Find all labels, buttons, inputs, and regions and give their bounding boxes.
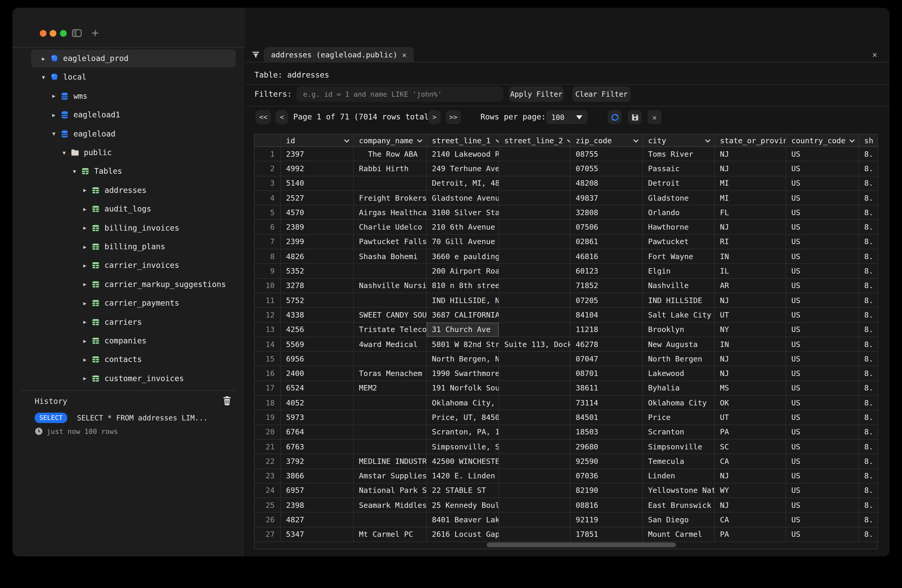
- table-cell[interactable]: 1420 E. Linden A: [427, 469, 499, 483]
- chevron-right-icon[interactable]: ▶: [50, 112, 57, 118]
- column-header-sh[interactable]: sh: [859, 134, 878, 147]
- table-cell[interactable]: 02861: [570, 235, 643, 250]
- table-cell[interactable]: 07205: [570, 293, 643, 308]
- table-cell[interactable]: [499, 220, 570, 235]
- table-cell[interactable]: 38611: [570, 381, 643, 396]
- history-entry[interactable]: SELECT SELECT * FROM addresses LIM... ju…: [34, 412, 231, 435]
- table-cell[interactable]: [499, 176, 570, 191]
- table-cell[interactable]: 6763: [281, 439, 354, 454]
- column-header-country_code[interactable]: country_code: [786, 134, 859, 147]
- chevron-right-icon[interactable]: ▶: [81, 188, 88, 193]
- table-cell[interactable]: 8.: [859, 381, 878, 396]
- table-cell[interactable]: [499, 425, 570, 439]
- sidebar-item-audit-logs[interactable]: ▶audit_logs: [13, 200, 244, 218]
- table-cell[interactable]: 6764: [281, 425, 354, 439]
- table-cell[interactable]: CA: [715, 513, 786, 527]
- table-cell[interactable]: Passaic: [643, 162, 715, 176]
- table-cell[interactable]: Seamark Middlese: [354, 498, 427, 513]
- table-cell[interactable]: IND HILLSIDE, NJ: [427, 293, 499, 308]
- table-cell[interactable]: 92590: [570, 454, 643, 469]
- table-cell[interactable]: 200 Airport Road: [427, 264, 499, 279]
- table-cell[interactable]: 4052: [281, 396, 354, 410]
- table-cell[interactable]: NJ: [715, 147, 786, 162]
- filter-input[interactable]: [296, 86, 503, 102]
- chevron-down-icon[interactable]: [705, 139, 711, 142]
- chevron-down-icon[interactable]: [849, 139, 855, 142]
- column-header-company_name[interactable]: company_name: [354, 134, 427, 147]
- table-cell[interactable]: 70 Gill Avenue: [427, 235, 499, 250]
- column-header-state_or_province[interactable]: state_or_province: [715, 134, 786, 147]
- table-cell[interactable]: US: [786, 162, 859, 176]
- table-cell[interactable]: NJ: [715, 366, 786, 381]
- table-cell[interactable]: Pawtucket Falls: [354, 235, 427, 250]
- table-cell[interactable]: [354, 352, 427, 366]
- table-cell[interactable]: 8.: [859, 396, 878, 410]
- table-cell[interactable]: 8.: [859, 249, 878, 264]
- table-cell[interactable]: AR: [715, 278, 786, 293]
- table-cell[interactable]: [499, 322, 570, 337]
- table-cell[interactable]: 5973: [281, 410, 354, 425]
- rows-per-page-select[interactable]: 100: [546, 110, 587, 124]
- table-cell[interactable]: [499, 527, 570, 542]
- chevron-down-icon[interactable]: ▼: [50, 131, 57, 136]
- chevron-right-icon[interactable]: ▶: [81, 357, 88, 363]
- table-cell[interactable]: [354, 513, 427, 527]
- table-cell[interactable]: US: [786, 483, 859, 498]
- table-cell[interactable]: 08701: [570, 366, 643, 381]
- table-cell[interactable]: [499, 381, 570, 396]
- table-cell[interactable]: Suite 113, Dock: [499, 337, 570, 352]
- table-cell[interactable]: Nashville Nursin: [354, 278, 427, 293]
- table-cell[interactable]: 8.: [859, 162, 878, 176]
- table-cell[interactable]: 31 Church Ave: [427, 322, 499, 337]
- table-cell[interactable]: US: [786, 293, 859, 308]
- table-cell[interactable]: North Bergen: [643, 352, 715, 366]
- table-cell[interactable]: 2616 Locust Gap: [427, 527, 499, 542]
- table-cell[interactable]: 8.: [859, 322, 878, 337]
- table-cell[interactable]: 11218: [570, 322, 643, 337]
- table-cell[interactable]: Scranton, PA, 18: [427, 425, 499, 439]
- table-cell[interactable]: 07055: [570, 162, 643, 176]
- table-cell[interactable]: 4826: [281, 249, 354, 264]
- table-cell[interactable]: [499, 147, 570, 162]
- table-cell[interactable]: 08816: [570, 498, 643, 513]
- table-cell[interactable]: US: [786, 410, 859, 425]
- apply-filter-button[interactable]: Apply Filter: [509, 86, 564, 102]
- table-cell[interactable]: [499, 308, 570, 323]
- chevron-down-icon[interactable]: [633, 139, 639, 142]
- next-page-button[interactable]: >: [428, 110, 441, 124]
- table-cell[interactable]: FL: [715, 205, 786, 220]
- column-header-id[interactable]: id: [281, 134, 354, 147]
- table-cell[interactable]: 82190: [570, 483, 643, 498]
- table-cell[interactable]: Fort Wayne: [643, 249, 715, 264]
- horizontal-scrollbar[interactable]: [487, 543, 676, 547]
- table-cell[interactable]: Brooklyn: [643, 322, 715, 337]
- table-cell[interactable]: Pawtucket: [643, 235, 715, 250]
- table-cell[interactable]: 2398: [281, 498, 354, 513]
- table-cell[interactable]: [499, 498, 570, 513]
- table-cell[interactable]: UT: [715, 410, 786, 425]
- tab-close-icon[interactable]: ✕: [402, 51, 407, 59]
- table-cell[interactable]: Nashville: [643, 278, 715, 293]
- table-cell[interactable]: 46816: [570, 249, 643, 264]
- last-page-button[interactable]: >>: [446, 110, 461, 124]
- column-header-row-number[interactable]: [254, 134, 281, 147]
- table-cell[interactable]: 84501: [570, 410, 643, 425]
- table-cell[interactable]: SWEET CANDY SOUT: [354, 308, 427, 323]
- table-cell[interactable]: MI: [715, 176, 786, 191]
- table-cell[interactable]: 4ward Medical: [354, 337, 427, 352]
- table-cell[interactable]: US: [786, 147, 859, 162]
- table-cell[interactable]: 42500 WINCHESTER: [427, 454, 499, 469]
- sidebar-item-companies[interactable]: ▶companies: [13, 332, 244, 350]
- table-cell[interactable]: US: [786, 205, 859, 220]
- table-cell[interactable]: [499, 410, 570, 425]
- table-cell[interactable]: 2399: [281, 235, 354, 250]
- table-cell[interactable]: US: [786, 498, 859, 513]
- column-header-city[interactable]: city: [643, 134, 715, 147]
- table-cell[interactable]: 46278: [570, 337, 643, 352]
- table-cell[interactable]: [354, 410, 427, 425]
- table-cell[interactable]: NJ: [715, 220, 786, 235]
- sidebar-item-wms[interactable]: ▶wms: [13, 87, 244, 105]
- chevron-down-icon[interactable]: [495, 139, 499, 142]
- table-cell[interactable]: Yellowstone Nati: [643, 483, 715, 498]
- column-header-street_line_2[interactable]: street_line_2: [499, 134, 570, 147]
